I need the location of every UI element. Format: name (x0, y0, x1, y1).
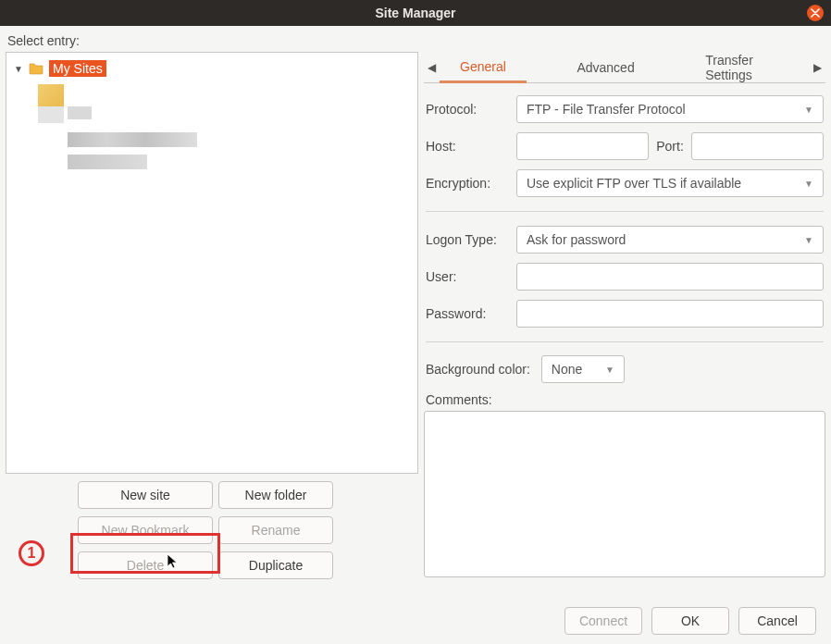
chevron-down-icon[interactable]: ▼ (14, 64, 23, 74)
tab-arrow-right[interactable]: ▶ (810, 61, 825, 74)
new-bookmark-button[interactable]: New Bookmark (78, 516, 213, 544)
pixelated-entries (38, 84, 417, 177)
new-bookmark-label: New Bookmark (102, 523, 190, 538)
titlebar: Site Manager (0, 0, 831, 26)
encryption-select[interactable]: Use explicit FTP over TLS if available ▼ (516, 169, 824, 197)
port-label: Port: (656, 139, 684, 154)
delete-button[interactable]: Delete (78, 551, 213, 579)
general-tab-panel: Protocol: FTP - File Transfer Protocol ▼… (424, 83, 825, 577)
ok-label: OK (681, 613, 700, 628)
encryption-value: Use explicit FTP over TLS if available (527, 176, 741, 191)
divider (426, 341, 824, 342)
password-input[interactable] (516, 300, 824, 328)
user-input[interactable] (516, 263, 824, 291)
chevron-down-icon: ▼ (804, 235, 813, 245)
footer-buttons: Connect OK Cancel (6, 598, 825, 635)
folder-icon (29, 61, 43, 76)
window-title: Site Manager (375, 6, 455, 20)
tab-arrow-left[interactable]: ◀ (424, 61, 440, 74)
port-input[interactable] (691, 132, 824, 160)
host-label: Host: (426, 139, 509, 154)
tree-item-my-sites[interactable]: ▼ My Sites (6, 58, 417, 79)
select-entry-label: Select entry: (6, 31, 825, 52)
left-button-grid: New site New folder New Bookmark Rename … (6, 481, 418, 579)
divider (426, 211, 824, 212)
left-column: ▼ My Sites New site New folder New (6, 52, 418, 598)
logon-type-value: Ask for password (527, 232, 626, 247)
tab-transfer-settings[interactable]: Transfer Settings (685, 52, 810, 83)
bg-color-label: Background color: (426, 362, 530, 377)
chevron-down-icon: ▼ (605, 365, 614, 375)
bg-color-select[interactable]: None ▼ (541, 355, 625, 383)
logon-type-select[interactable]: Ask for password ▼ (516, 226, 824, 254)
dialog-body: Select entry: ▼ My Sites (0, 26, 831, 640)
host-input[interactable] (516, 132, 649, 160)
main-row: ▼ My Sites New site New folder New (6, 52, 825, 598)
new-site-button[interactable]: New site (78, 481, 213, 509)
new-site-label: New site (120, 488, 170, 502)
tab-advanced[interactable]: Advanced (556, 52, 654, 83)
connect-label: Connect (579, 613, 627, 628)
delete-label: Delete (127, 558, 164, 573)
right-column: ◀ General Advanced Transfer Settings ▶ P… (424, 52, 825, 598)
tab-general[interactable]: General (440, 52, 527, 83)
new-folder-label: New folder (245, 488, 307, 502)
connect-button[interactable]: Connect (564, 607, 642, 635)
rename-button[interactable]: Rename (218, 516, 333, 544)
chevron-down-icon: ▼ (804, 179, 813, 189)
tabstrip: ◀ General Advanced Transfer Settings ▶ (424, 52, 825, 83)
comments-textarea[interactable] (424, 411, 825, 577)
new-folder-button[interactable]: New folder (218, 481, 333, 509)
comments-label: Comments: (424, 387, 825, 411)
ok-button[interactable]: OK (651, 607, 729, 635)
protocol-label: Protocol: (426, 102, 509, 117)
password-label: Password: (426, 306, 509, 321)
protocol-select[interactable]: FTP - File Transfer Protocol ▼ (516, 95, 824, 123)
cancel-button[interactable]: Cancel (738, 607, 816, 635)
close-button[interactable] (807, 5, 824, 21)
protocol-value: FTP - File Transfer Protocol (527, 102, 686, 117)
duplicate-button[interactable]: Duplicate (218, 551, 333, 579)
bg-color-value: None (552, 362, 582, 377)
logon-type-label: Logon Type: (426, 232, 509, 247)
site-tree[interactable]: ▼ My Sites (6, 52, 418, 474)
user-label: User: (426, 269, 509, 284)
close-icon (811, 8, 820, 18)
annotation-step-1: 1 (19, 540, 44, 566)
cancel-label: Cancel (757, 613, 798, 628)
chevron-down-icon: ▼ (804, 105, 813, 115)
duplicate-label: Duplicate (249, 558, 303, 573)
tree-item-label: My Sites (49, 60, 106, 77)
rename-label: Rename (252, 523, 301, 538)
encryption-label: Encryption: (426, 176, 509, 191)
